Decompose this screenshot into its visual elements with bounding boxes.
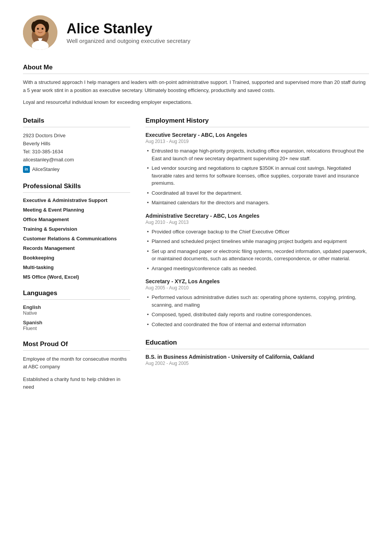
skill-6: Bookkeeping xyxy=(23,255,130,261)
proud-1: Established a charity fund to help child… xyxy=(23,376,130,391)
skill-2: Office Management xyxy=(23,217,130,223)
linkedin-row: in AliceStanley xyxy=(23,166,130,174)
skill-0: Executive & Administrative Support xyxy=(23,197,130,204)
about-title: About Me xyxy=(23,64,369,74)
job-1-dates: Aug 2010 - Aug 2013 xyxy=(145,220,369,225)
proud-section: Most Proud Of Employee of the month for … xyxy=(23,340,130,391)
right-column: Employment History Executive Secretary -… xyxy=(145,117,369,400)
proud-title: Most Proud Of xyxy=(23,340,130,351)
main-layout: Details 2923 Doctors Drive Beverly Hills… xyxy=(23,117,369,400)
language-0-name: English xyxy=(23,304,130,310)
skill-7: Multi-tasking xyxy=(23,264,130,271)
language-1-level: Fluent xyxy=(23,325,130,331)
tel: Tel: 310-385-1634 xyxy=(23,148,130,156)
education-title: Education xyxy=(145,339,369,349)
job-2-dates: Aug 2005 - Aug 2010 xyxy=(145,285,369,291)
candidate-subtitle: Well organized and outgoing executive se… xyxy=(67,38,190,44)
linkedin-handle: AliceStanley xyxy=(32,166,60,174)
languages-section: Languages English Native Spanish Fluent xyxy=(23,289,130,331)
job-0: Executive Secretary - ABC, Los Angeles A… xyxy=(145,132,369,207)
job-0-dates: Aug 2013 - Aug 2019 xyxy=(145,139,369,144)
job-1-bullet-2: Set up and managed paper or electronic f… xyxy=(145,248,369,263)
skills-title: Professional Skills xyxy=(23,182,130,193)
edu-0-dates: Aug 2002 - Aug 2005 xyxy=(145,361,369,366)
job-0-bullet-1: Led vendor sourcing and negotiations to … xyxy=(145,164,369,187)
left-column: Details 2923 Doctors Drive Beverly Hills… xyxy=(23,117,130,400)
about-section: About Me With a structured approach I he… xyxy=(23,64,369,106)
employment-section: Employment History Executive Secretary -… xyxy=(145,117,369,328)
employment-title: Employment History xyxy=(145,117,369,127)
skill-4: Customer Relations & Communications xyxy=(23,236,130,242)
email: alicestanley@mail.com xyxy=(23,156,130,164)
resume-header: Alice Stanley Well organized and outgoin… xyxy=(23,15,369,50)
about-para-2: Loyal and resourceful individual known f… xyxy=(23,99,369,107)
edu-0-degree: B.S. in Business Administration - Univer… xyxy=(145,354,369,360)
svg-point-7 xyxy=(37,28,39,30)
job-0-bullets: Entrusted to manage high-priority projec… xyxy=(145,147,369,207)
language-1-name: Spanish xyxy=(23,320,130,325)
skill-3: Training & Supervision xyxy=(23,226,130,233)
job-1: Administrative Secretary - ABC, Los Ange… xyxy=(145,213,369,273)
job-1-bullet-1: Planned and scheduled project timelines … xyxy=(145,238,369,245)
avatar xyxy=(23,15,57,50)
language-1: Spanish Fluent xyxy=(23,320,130,331)
language-0-level: Native xyxy=(23,310,130,316)
svg-point-6 xyxy=(35,24,46,36)
education-section: Education B.S. in Business Administratio… xyxy=(145,339,369,366)
skills-section: Professional Skills Executive & Administ… xyxy=(23,182,130,280)
job-2-bullet-1: Composed, typed, distributed daily repor… xyxy=(145,311,369,319)
details-section: Details 2923 Doctors Drive Beverly Hills… xyxy=(23,117,130,173)
job-2-bullet-0: Performed various administrative duties … xyxy=(145,294,369,309)
job-0-bullet-3: Maintained calendars for the directors a… xyxy=(145,199,369,207)
job-0-bullet-0: Entrusted to manage high-priority projec… xyxy=(145,147,369,162)
job-0-bullet-2: Coordinated all travel for the departmen… xyxy=(145,189,369,197)
about-para-1: With a structured approach I help manage… xyxy=(23,79,369,95)
skill-5: Records Management xyxy=(23,245,130,252)
job-1-bullets: Provided office coverage backup to the C… xyxy=(145,228,369,273)
job-1-title: Administrative Secretary - ABC, Los Ange… xyxy=(145,213,369,219)
job-1-bullet-3: Arranged meetings/conference calls as ne… xyxy=(145,265,369,273)
job-2-bullet-2: Collected and coordinated the flow of in… xyxy=(145,321,369,328)
job-2: Secretary - XYZ, Los Angeles Aug 2005 - … xyxy=(145,278,369,328)
candidate-name: Alice Stanley xyxy=(67,21,190,36)
job-1-bullet-0: Provided office coverage backup to the C… xyxy=(145,228,369,236)
header-text: Alice Stanley Well organized and outgoin… xyxy=(67,21,190,44)
address-line1: 2923 Doctors Drive xyxy=(23,132,130,140)
skill-1: Meeting & Event Planning xyxy=(23,207,130,213)
languages-title: Languages xyxy=(23,289,130,300)
svg-point-8 xyxy=(42,28,44,30)
language-0: English Native xyxy=(23,304,130,316)
proud-0: Employee of the month for consecutive mo… xyxy=(23,355,130,370)
details-title: Details xyxy=(23,117,130,127)
job-2-bullets: Performed various administrative duties … xyxy=(145,294,369,328)
skill-8: MS Office (Word, Excel) xyxy=(23,274,130,281)
linkedin-icon: in xyxy=(23,166,30,173)
address-line2: Beverly Hills xyxy=(23,140,130,148)
job-2-title: Secretary - XYZ, Los Angeles xyxy=(145,278,369,284)
job-0-title: Executive Secretary - ABC, Los Angeles xyxy=(145,132,369,138)
